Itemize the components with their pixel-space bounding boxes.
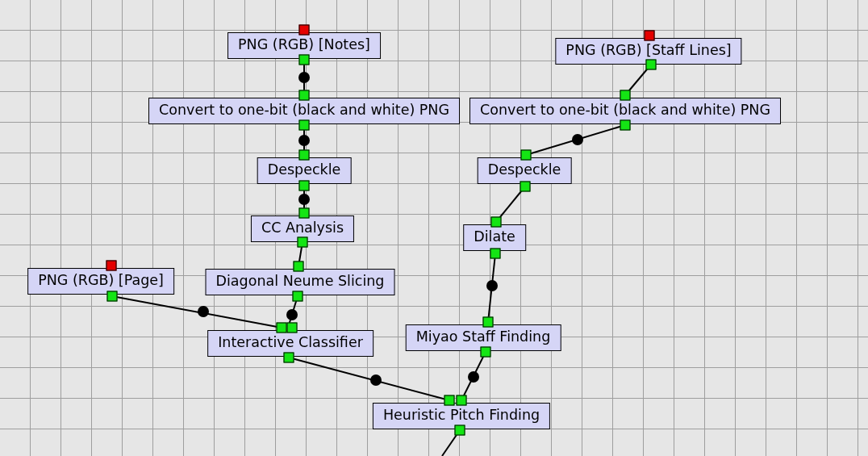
port-out-png-notes[interactable] [299, 55, 310, 65]
port-out-png-staff[interactable] [646, 60, 657, 70]
port-out-cc-analysis[interactable] [298, 237, 308, 248]
node-label: Miyao Staff Finding [416, 328, 551, 345]
port-out-iclassifier[interactable] [284, 353, 294, 363]
port-out-conv1bit-left[interactable] [299, 120, 310, 131]
edge-layer [0, 0, 868, 456]
port-in-hpf-a[interactable] [444, 395, 455, 406]
edge-dot [298, 135, 310, 146]
port-in-diag-slice[interactable] [294, 261, 304, 272]
node-label: PNG (RGB) [Staff Lines] [565, 42, 731, 58]
node-label: Diagonal Neume Slicing [216, 273, 385, 289]
node-label: Dilate [474, 228, 515, 245]
port-in-miyao[interactable] [483, 317, 494, 328]
node-label: Heuristic Pitch Finding [383, 407, 540, 423]
node-label: PNG (RGB) [Page] [38, 272, 164, 288]
port-in-despeckle-left[interactable] [299, 150, 310, 161]
node-label: Interactive Classifier [218, 334, 363, 350]
port-in-cc-analysis[interactable] [299, 208, 310, 219]
node-label: CC Analysis [261, 220, 344, 236]
edge-dot [572, 134, 583, 145]
node-label: Convert to one-bit (black and white) PNG [480, 102, 770, 118]
edge-dot [298, 194, 310, 205]
port-out-diag-slice[interactable] [293, 291, 303, 302]
port-in-conv1bit-left[interactable] [299, 90, 310, 101]
port-in-iclassifier-b[interactable] [287, 323, 298, 333]
port-out-miyao[interactable] [481, 347, 491, 358]
port-in-conv1bit-right[interactable] [620, 90, 631, 101]
edge-dot [370, 374, 382, 386]
edge-dot [198, 306, 209, 317]
port-in-png-notes[interactable] [299, 25, 310, 36]
port-out-hpf[interactable] [455, 425, 465, 436]
port-in-hpf-b[interactable] [457, 395, 467, 406]
edge-dot [298, 72, 310, 83]
port-out-despeckle-left[interactable] [299, 181, 310, 191]
node-label: Despeckle [488, 161, 561, 178]
svg-line-10 [289, 358, 449, 400]
node-label: Convert to one-bit (black and white) PNG [159, 102, 449, 118]
port-in-iclassifier-a[interactable] [277, 323, 287, 333]
edge-dot [486, 280, 498, 291]
port-out-png-page[interactable] [107, 291, 118, 302]
node-png-page[interactable]: PNG (RGB) [Page] [27, 268, 174, 295]
port-out-despeckle-right[interactable] [520, 182, 531, 192]
node-label: Despeckle [268, 161, 341, 178]
port-in-png-staff[interactable] [645, 31, 655, 41]
port-in-dilate[interactable] [491, 217, 502, 228]
node-despeckle-right[interactable]: Despeckle [478, 157, 572, 184]
node-label: PNG (RGB) [Notes] [238, 36, 370, 52]
port-out-dilate[interactable] [490, 249, 501, 259]
node-dilate[interactable]: Dilate [463, 224, 526, 251]
edge-dot [468, 371, 479, 383]
port-out-conv1bit-right[interactable] [620, 120, 631, 131]
node-editor-canvas[interactable]: PNG (RGB) [Notes] Convert to one-bit (bl… [0, 0, 868, 456]
svg-line-11 [112, 296, 282, 328]
port-in-png-page[interactable] [106, 261, 117, 271]
edge-dot [286, 309, 298, 320]
port-in-despeckle-right[interactable] [521, 150, 532, 161]
